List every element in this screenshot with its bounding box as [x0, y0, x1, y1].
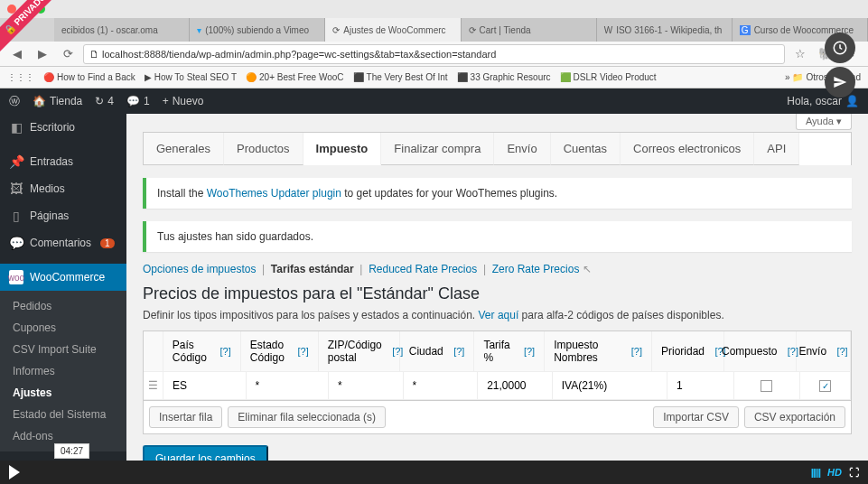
browser-tab[interactable]: ▾(100%) subiendo a Vimeo	[190, 18, 325, 42]
link-estandar[interactable]: Tarifas estándar	[271, 263, 354, 275]
priority-input[interactable]	[677, 379, 724, 392]
tab-impuesto[interactable]: Impuesto	[303, 133, 382, 165]
city-input[interactable]	[413, 379, 469, 392]
submenu-csv[interactable]: CSV Import Suite	[0, 339, 126, 360]
url-input[interactable]: 🗋 localhost:8888/tienda/wp-admin/admin.p…	[83, 44, 785, 64]
sidebar-comments[interactable]: 💬Comentarios1	[0, 229, 126, 256]
page-description: Definir los tipos impositivos para los p…	[143, 309, 852, 321]
insert-row-button[interactable]: Insertar fila	[149, 406, 222, 428]
zip-input[interactable]	[338, 379, 394, 392]
tab-api[interactable]: API	[754, 133, 799, 165]
bookmark-item[interactable]: 🔴 How to Find a Back	[43, 72, 135, 82]
browser-tab[interactable]: ⟳Ajustes de WooCommerc	[325, 18, 461, 42]
media-icon: 🖾	[9, 182, 23, 196]
play-button[interactable]	[9, 465, 20, 479]
bookmark-item[interactable]: ⬛ 33 Graphic Resourc	[457, 72, 551, 82]
saved-notice: Tus ajustes han sido guardados.	[143, 221, 852, 252]
submenu-ajustes[interactable]: Ajustes	[0, 382, 126, 404]
updater-link[interactable]: WooThemes Updater plugin	[207, 187, 341, 200]
page-icon: ▯	[9, 209, 23, 223]
help-tab[interactable]: Ayuda ▾	[796, 114, 852, 130]
browser-tab[interactable]: WISO 3166-1 - Wikipedia, th	[597, 18, 733, 42]
taxname-input[interactable]	[562, 379, 658, 392]
tab-generales[interactable]: Generales	[144, 133, 224, 165]
bookmarks-bar: ⋮⋮⋮ 🔴 How to Find a Back ▶ How To Steal …	[0, 67, 868, 88]
browser-tab[interactable]: ⟳Cart | Tienda	[462, 18, 597, 42]
submenu-informes[interactable]: Informes	[0, 360, 126, 382]
wp-admin-bar: ⓦ 🏠 Tienda ↻ 4 💬 1 + Nuevo Hola, oscar 👤	[0, 88, 868, 114]
state-input[interactable]	[256, 379, 320, 392]
import-csv-button[interactable]: Importar CSV	[653, 406, 739, 428]
updates-icon[interactable]: ↻ 4	[95, 95, 114, 107]
save-changes-button[interactable]: Guardar los cambios	[143, 445, 268, 461]
export-csv-button[interactable]: CSV exportación	[744, 406, 845, 428]
forward-button[interactable]: ▶	[33, 45, 52, 63]
tab-envio[interactable]: Envío	[494, 133, 550, 165]
link-opciones[interactable]: Opciones de impuestos	[143, 263, 256, 275]
bookmark-item[interactable]: 🟠 20+ Best Free WooC	[246, 72, 343, 82]
th-state: Estado Código [?]	[241, 331, 319, 372]
wc-settings-tabs: Generales Productos Impuesto Finalizar c…	[143, 132, 852, 165]
drag-handle-icon[interactable]: ☰	[144, 372, 163, 400]
browser-tab[interactable]: ecibidos (1) - oscar.oma	[54, 18, 190, 42]
browser-tabs: ecibidos (1) - oscar.oma ▾(100%) subiend…	[0, 18, 868, 42]
video-time-tooltip: 04:27	[54, 443, 89, 459]
bookmark-item[interactable]: 🟩 DSLR Video Product	[560, 72, 657, 82]
compound-checkbox[interactable]	[761, 380, 772, 392]
th-country: País Código [?]	[163, 331, 241, 372]
th-shipping: Envío [?]	[797, 331, 851, 372]
tab-correos[interactable]: Correos electronicos	[621, 133, 754, 165]
sidebar-posts[interactable]: 📌Entradas	[0, 148, 126, 175]
th-zip: ZIP/Código postal [?]	[319, 331, 400, 372]
sidebar-dashboard[interactable]: ◧Escritorio	[0, 114, 126, 141]
extension-send-icon[interactable]	[825, 67, 855, 98]
ver-aqui-link[interactable]: Ver aquí	[479, 309, 519, 321]
tax-row[interactable]: ☰ ✓	[144, 372, 851, 400]
country-input[interactable]	[173, 379, 237, 392]
submenu-cupones[interactable]: Cupones	[0, 317, 126, 339]
tab-checkout[interactable]: Finalizar compra	[381, 133, 494, 165]
back-button[interactable]: ◀	[7, 45, 27, 63]
bookmark-item[interactable]: ▶ How To Steal SEO T	[145, 72, 237, 82]
submenu-estado[interactable]: Estado del Sistema	[0, 404, 126, 425]
link-reduced[interactable]: Reduced Rate Precios	[369, 263, 477, 275]
bookmark-item[interactable]: ⬛ The Very Best Of Int	[353, 72, 448, 82]
star-icon[interactable]: ☆	[790, 45, 810, 63]
rate-input[interactable]	[487, 379, 543, 392]
sidebar-woocommerce[interactable]: wooWooCommerce	[0, 264, 126, 291]
sidebar-submenu: Pedidos Cupones CSV Import Suite Informe…	[0, 291, 126, 451]
extension-clock-icon[interactable]	[825, 33, 855, 63]
video-player-bar: ||||| HD ⛶	[0, 461, 868, 484]
sidebar-pages[interactable]: ▯Páginas	[0, 202, 126, 229]
fullscreen-icon[interactable]: ⛶	[849, 467, 859, 478]
link-zero[interactable]: Zero Rate Precios	[492, 263, 580, 275]
delete-row-button[interactable]: Eliminar fila seleccionada (s)	[228, 406, 386, 428]
sidebar-media[interactable]: 🖾Medios	[0, 175, 126, 202]
th-city: Ciudad [?]	[400, 331, 475, 372]
new-content[interactable]: + Nuevo	[163, 95, 204, 107]
tab-productos[interactable]: Productos	[224, 133, 303, 165]
th-rate: Tarifa % [?]	[474, 331, 545, 372]
hd-label[interactable]: HD	[827, 467, 842, 478]
user-greeting[interactable]: Hola, oscar 👤	[787, 95, 859, 107]
tab-cuentas[interactable]: Cuentas	[551, 133, 621, 165]
url-bar-row: ◀ ▶ ⟳ 🗋 localhost:8888/tienda/wp-admin/a…	[0, 42, 868, 67]
cursor-icon: ↖	[583, 263, 592, 275]
main-content: Ayuda ▾ Generales Productos Impuesto Fin…	[126, 114, 868, 461]
pin-icon: 📌	[9, 154, 23, 169]
th-compound: Compuesto [?]	[724, 331, 797, 372]
shipping-checkbox[interactable]: ✓	[819, 380, 831, 392]
apps-icon[interactable]: ⋮⋮⋮	[7, 72, 34, 82]
reload-button[interactable]: ⟳	[58, 45, 78, 63]
woo-icon: woo	[9, 270, 23, 284]
site-name[interactable]: 🏠 Tienda	[33, 95, 82, 107]
updater-notice: Install the WooThemes Updater plugin to …	[143, 178, 852, 209]
submenu-pedidos[interactable]: Pedidos	[0, 295, 126, 317]
buffer-icon: |||||	[811, 467, 820, 478]
comments-icon[interactable]: 💬 1	[126, 95, 150, 107]
tax-rates-table: País Código [?] Estado Código [?] ZIP/Có…	[143, 330, 852, 434]
tax-sublinks: Opciones de impuestos | Tarifas estándar…	[143, 263, 852, 275]
page-title: Precios de impuestos para el "Estándar" …	[143, 284, 852, 303]
th-name: Impuesto Nombres [?]	[545, 331, 652, 372]
wp-logo-icon[interactable]: ⓦ	[9, 94, 20, 109]
